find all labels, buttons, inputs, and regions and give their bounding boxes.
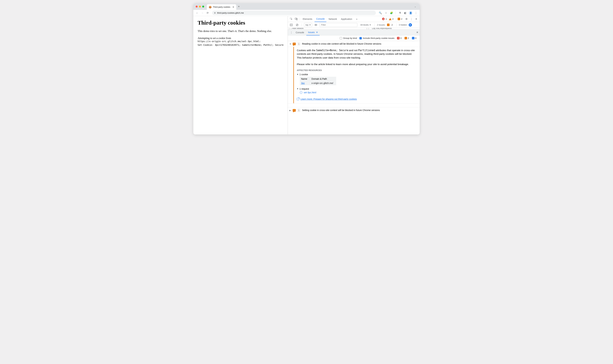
log-levels-selector[interactable]: All levels ▾ xyxy=(359,23,372,27)
issues-count: 2 xyxy=(401,18,402,20)
close-tab-button[interactable]: ✕ xyxy=(232,6,234,8)
drawer-tab-console[interactable]: Console xyxy=(294,29,306,35)
devtools-main-tabs: Elements Console Network Application » 1… xyxy=(288,16,420,22)
issue-description-2: Please refer to the article linked to le… xyxy=(297,63,417,66)
close-devtools-button[interactable]: ✕ xyxy=(414,17,418,21)
request-name: set-3pc.html xyxy=(304,91,316,94)
request-count-label: 1 request xyxy=(300,88,309,90)
separator xyxy=(300,18,300,21)
devtools-status[interactable]: 1 2 ! 2 xyxy=(382,18,404,21)
minimize-window-button[interactable] xyxy=(199,6,201,8)
context-label: top xyxy=(305,24,309,26)
issue-details: Cookies with the SameSite=None; Secure a… xyxy=(293,47,420,103)
toolbar: ← → ⟳ ⚙ third-party-cookies.glitch.me 🔍 … xyxy=(193,10,420,16)
maximize-window-button[interactable] xyxy=(202,6,204,8)
inspect-element-icon[interactable] xyxy=(289,17,293,21)
drawer-menu-icon[interactable]: ⋮ xyxy=(289,30,293,35)
improvement-icon: i xyxy=(412,37,414,39)
table-header-row: Name Domain & Path xyxy=(300,77,336,81)
device-toolbar-icon[interactable] xyxy=(294,17,298,21)
error-count: 1 xyxy=(386,18,387,20)
devtools-menu-icon[interactable]: ⋮ xyxy=(409,17,413,21)
cookie-count-label: 1 cookie xyxy=(300,73,308,76)
close-drawer-button[interactable]: ✕ xyxy=(416,31,418,34)
devtools-panel: Elements Console Network Application » 1… xyxy=(288,16,420,134)
tab-console[interactable]: Console xyxy=(314,16,326,22)
include-third-party-checkbox[interactable]: ✓ Include third-party cookie issues xyxy=(359,37,394,39)
toggle-sidebar-icon[interactable] xyxy=(289,23,293,27)
breaking-change-speech-icon: ! xyxy=(293,109,296,112)
group-by-kind-checkbox[interactable]: Group by kind xyxy=(340,37,357,39)
new-tab-button[interactable]: + xyxy=(238,5,240,8)
count-orange: 2 xyxy=(408,37,409,39)
tab-more[interactable]: » xyxy=(354,16,359,22)
menu-icon[interactable]: ⋮ xyxy=(414,11,418,15)
page-error-icon: ✕ xyxy=(397,37,400,39)
site-settings-icon[interactable]: ⚙ xyxy=(214,12,216,14)
table-row: 3pc x-origin-src.glitch.me/ xyxy=(300,81,336,85)
caret-down-icon: ▼ xyxy=(297,88,299,90)
zoom-icon[interactable]: 🔍 xyxy=(378,11,382,15)
settings-icon[interactable]: ⚙ xyxy=(404,17,408,21)
issues-badge-icon: ! xyxy=(387,24,390,26)
close-tab-icon[interactable]: ✕ xyxy=(316,31,318,34)
context-selector[interactable]: top ▾ xyxy=(304,23,312,27)
labs-icon[interactable]: ⚗ xyxy=(398,11,402,15)
checkbox-icon xyxy=(340,37,342,39)
learn-more-link[interactable]: Learn more: Prepare for phasing out thir… xyxy=(300,98,357,100)
group-label: Group by kind xyxy=(343,37,357,39)
th-domain-path: Domain & Path xyxy=(310,77,336,81)
bookmark-icon[interactable]: ☆ xyxy=(384,11,388,15)
profile-avatar[interactable]: 👤 xyxy=(409,11,412,15)
issue-item-expanded: ▼ ! 1 Reading cookie in cross-site conte… xyxy=(288,41,420,103)
drawer-tab-issues[interactable]: Issues ✕ xyxy=(306,29,319,35)
cookie-name-link[interactable]: 3pc xyxy=(301,82,305,84)
separator xyxy=(374,24,375,26)
reload-button[interactable]: ⟳ xyxy=(206,11,210,15)
occurrence-count: 1 xyxy=(297,42,301,45)
levels-label: All levels xyxy=(360,24,369,26)
tabs-dropdown-button[interactable]: ⌄ xyxy=(413,5,417,8)
affected-cookies-table: Name Domain & Path 3pc x-origin-src.glit… xyxy=(300,77,336,85)
issue-header[interactable]: ▼ ! 1 Reading cookie in cross-site conte… xyxy=(288,41,420,47)
checkbox[interactable] xyxy=(367,28,369,29)
devtools-drawer-tabs: ⋮ Console Issues ✕ ✕ xyxy=(288,29,420,35)
tab-elements[interactable]: Elements xyxy=(301,16,314,22)
tab-application[interactable]: Application xyxy=(339,16,354,22)
console-settings-icon[interactable]: ⚙ xyxy=(409,23,412,26)
request-icon: ↕ xyxy=(300,91,302,94)
caret-down-icon: ▼ xyxy=(289,42,291,45)
tab-network[interactable]: Network xyxy=(327,16,339,22)
page-lead: This demo tries to set one. That's it. T… xyxy=(198,29,283,33)
svg-point-7 xyxy=(315,25,316,25)
issue-item-collapsed[interactable]: ▶ ! 1 Setting cookie in cross-site conte… xyxy=(288,107,420,113)
issues-icon: ! xyxy=(398,18,400,20)
forward-button[interactable]: → xyxy=(200,11,205,15)
hidden-count[interactable]: 3 hidden xyxy=(399,24,407,26)
cookies-section[interactable]: ▼ 1 cookie xyxy=(297,73,417,76)
requests-section[interactable]: ▼ 1 request xyxy=(297,88,417,90)
chevron-down-icon: ▾ xyxy=(370,24,371,26)
separator xyxy=(396,18,396,21)
extensions-icon[interactable]: 🧩 xyxy=(389,11,393,15)
include-label: Include third-party cookie issues xyxy=(363,37,394,39)
attempt-url: https://x-origin-src.glitch.me/set-3pc.h… xyxy=(198,40,283,43)
count-red: 0 xyxy=(400,37,402,39)
chevron-down-icon: ▾ xyxy=(310,24,311,26)
clear-console-icon[interactable] xyxy=(295,23,299,27)
checkbox[interactable] xyxy=(289,28,291,29)
back-button[interactable]: ← xyxy=(195,11,199,15)
close-window-button[interactable] xyxy=(196,6,198,8)
live-expression-icon[interactable] xyxy=(314,23,318,27)
rendered-page: Third-party cookies This demo tries to s… xyxy=(193,16,288,134)
separator xyxy=(301,24,302,26)
issues-label[interactable]: 2 Issues: xyxy=(377,24,385,26)
browser-tab[interactable]: 🍪 Third-party cookies ✕ xyxy=(207,4,236,10)
side-panel-icon[interactable]: ◧ xyxy=(403,11,407,15)
issue-counts: ✕0 !2 i0 xyxy=(397,37,418,39)
filter-input[interactable] xyxy=(320,23,357,27)
page-heading: Third-party cookies xyxy=(198,20,283,26)
affected-request[interactable]: ↕ set-3pc.html xyxy=(300,91,417,94)
address-bar[interactable]: ⚙ third-party-cookies.glitch.me xyxy=(212,11,376,15)
browser-window: 🍪 Third-party cookies ✕ + ⌄ ← → ⟳ ⚙ thir… xyxy=(193,3,420,134)
